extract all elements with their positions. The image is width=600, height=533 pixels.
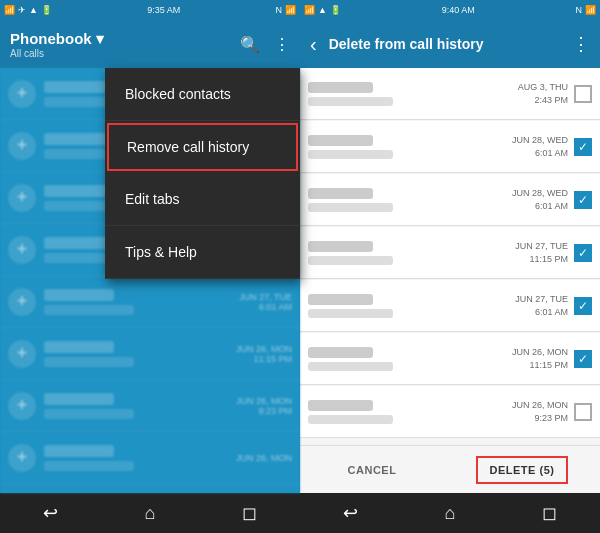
r-wifi-icon: 📶 bbox=[304, 5, 315, 15]
right-call-info bbox=[308, 347, 512, 371]
select-checkbox[interactable]: ✓ bbox=[574, 138, 592, 156]
caller-number bbox=[44, 305, 134, 315]
caller-name bbox=[44, 445, 114, 457]
list-item: AUG 3, THU2:43 PM bbox=[300, 68, 600, 120]
caller-name bbox=[44, 393, 114, 405]
right-caller-name bbox=[308, 135, 373, 146]
right-panel: 📶 ▲ 🔋 9:40 AM N 📶 ‹ Delete from call his… bbox=[300, 0, 600, 533]
back-nav-icon[interactable]: ↩ bbox=[43, 502, 58, 524]
add-contact-icon[interactable]: + bbox=[8, 236, 36, 264]
search-icon[interactable]: 🔍 bbox=[240, 35, 260, 54]
more-icon[interactable]: ⋮ bbox=[274, 35, 290, 54]
select-checkbox[interactable]: ✓ bbox=[574, 244, 592, 262]
menu-item-remove-call-history[interactable]: Remove call history bbox=[107, 123, 298, 171]
call-info bbox=[44, 341, 236, 367]
add-contact-icon[interactable]: + bbox=[8, 444, 36, 472]
caller-name bbox=[44, 341, 114, 353]
right-status-icons-left: 📶 ▲ 🔋 bbox=[304, 5, 341, 15]
add-contact-icon[interactable]: + bbox=[8, 184, 36, 212]
call-info bbox=[44, 393, 236, 419]
add-contact-icon[interactable]: + bbox=[8, 80, 36, 108]
menu-item-edit-tabs[interactable]: Edit tabs bbox=[105, 173, 300, 226]
left-status-bar: 📶 ✈ ▲ 🔋 9:35 AM N 📶 bbox=[0, 0, 300, 20]
right-call-date: AUG 3, THU2:43 PM bbox=[518, 81, 568, 106]
call-date: JUN 26, MON11:15 PM bbox=[236, 344, 292, 364]
right-caller-number bbox=[308, 97, 393, 106]
add-contact-icon[interactable]: + bbox=[8, 392, 36, 420]
r-network-icon: N bbox=[575, 5, 582, 15]
right-call-date: JUN 27, TUE11:15 PM bbox=[515, 240, 568, 265]
list-item: JUN 27, TUE11:15 PM ✓ bbox=[300, 227, 600, 279]
select-checkbox[interactable]: ✓ bbox=[574, 297, 592, 315]
caller-number bbox=[44, 409, 134, 419]
menu-item-tips-help[interactable]: Tips & Help bbox=[105, 226, 300, 279]
all-calls-subtitle: All calls bbox=[10, 48, 232, 59]
right-app-bar: ‹ Delete from call history ⋮ bbox=[300, 20, 600, 68]
wifi-icon: 📶 bbox=[4, 5, 15, 15]
airplane-icon: ✈ bbox=[18, 5, 26, 15]
select-checkbox[interactable]: ✓ bbox=[574, 350, 592, 368]
select-checkbox[interactable] bbox=[574, 403, 592, 421]
right-caller-number bbox=[308, 256, 393, 265]
call-info bbox=[44, 289, 239, 315]
caller-name bbox=[44, 133, 114, 145]
left-app-bar: Phonebook ▾ All calls 🔍 ⋮ bbox=[0, 20, 300, 68]
right-call-date: JUN 28, WED6:01 AM bbox=[512, 134, 568, 159]
add-contact-icon[interactable]: + bbox=[8, 340, 36, 368]
list-item: JUN 26, MON11:15 PM ✓ bbox=[300, 333, 600, 385]
cancel-button[interactable]: CANCEL bbox=[332, 456, 413, 484]
select-checkbox[interactable] bbox=[574, 85, 592, 103]
phonebook-title: Phonebook bbox=[10, 30, 92, 47]
right-caller-name bbox=[308, 294, 373, 305]
right-call-date: JUN 28, WED6:01 AM bbox=[512, 187, 568, 212]
delete-button[interactable]: DELETE (5) bbox=[476, 456, 569, 484]
caller-name bbox=[44, 289, 114, 301]
r-signal-icon: ▲ bbox=[318, 5, 327, 15]
right-caller-number bbox=[308, 415, 393, 424]
bottom-action-bar: CANCEL DELETE (5) bbox=[300, 445, 600, 493]
right-home-nav-icon[interactable]: ⌂ bbox=[445, 503, 456, 524]
signal-icon: ▲ bbox=[29, 5, 38, 15]
right-call-list: AUG 3, THU2:43 PM JUN 28, WED6:01 AM ✓ J… bbox=[300, 68, 600, 445]
call-date: JUN 26, MON bbox=[236, 453, 292, 463]
right-caller-number bbox=[308, 309, 393, 318]
select-checkbox[interactable]: ✓ bbox=[574, 191, 592, 209]
add-contact-icon[interactable]: + bbox=[8, 288, 36, 316]
right-caller-name bbox=[308, 400, 373, 411]
home-nav-icon[interactable]: ⌂ bbox=[145, 503, 156, 524]
call-date: JUN 26, MON9:23 PM bbox=[236, 396, 292, 416]
right-caller-name bbox=[308, 82, 373, 93]
list-item: + JUN 26, MON bbox=[0, 432, 300, 484]
right-caller-number bbox=[308, 203, 393, 212]
app-title: Phonebook ▾ All calls bbox=[10, 30, 232, 59]
delete-history-title: Delete from call history bbox=[329, 36, 564, 52]
list-item: + JUN 26, MON9:23 PM bbox=[0, 380, 300, 432]
right-status-icons-right: N 📶 bbox=[575, 5, 596, 15]
left-nav-bar: ↩ ⌂ ◻ bbox=[0, 493, 300, 533]
menu-item-blocked-contacts[interactable]: Blocked contacts bbox=[105, 68, 300, 121]
caller-name bbox=[44, 81, 114, 93]
list-item: + JUN 26, MON11:15 PM bbox=[0, 328, 300, 380]
call-date: JUN 27, TUE6:01 AM bbox=[239, 292, 292, 312]
right-back-nav-icon[interactable]: ↩ bbox=[343, 502, 358, 524]
left-panel: 📶 ✈ ▲ 🔋 9:35 AM N 📶 Phonebook ▾ All call… bbox=[0, 0, 300, 533]
add-contact-icon[interactable]: + bbox=[8, 132, 36, 160]
list-item: JUN 28, WED6:01 AM ✓ bbox=[300, 174, 600, 226]
right-call-info bbox=[308, 400, 512, 424]
app-bar-icons: 🔍 ⋮ bbox=[240, 35, 290, 54]
status-icons-right: N 📶 bbox=[275, 5, 296, 15]
right-recents-nav-icon[interactable]: ◻ bbox=[542, 502, 557, 524]
right-call-date: JUN 27, TUE6:01 AM bbox=[515, 293, 568, 318]
recents-nav-icon[interactable]: ◻ bbox=[242, 502, 257, 524]
back-button[interactable]: ‹ bbox=[310, 33, 317, 56]
list-item: JUN 27, TUE6:01 AM ✓ bbox=[300, 280, 600, 332]
right-call-info bbox=[308, 241, 515, 265]
left-time: 9:35 AM bbox=[147, 5, 180, 15]
list-item: + JUN 27, TUE6:01 AM bbox=[0, 276, 300, 328]
right-more-icon[interactable]: ⋮ bbox=[572, 33, 590, 55]
r-signal2-icon: 📶 bbox=[585, 5, 596, 15]
right-call-date: JUN 26, MON11:15 PM bbox=[512, 346, 568, 371]
right-time: 9:40 AM bbox=[442, 5, 475, 15]
caller-name bbox=[44, 237, 114, 249]
right-call-info bbox=[308, 135, 512, 159]
